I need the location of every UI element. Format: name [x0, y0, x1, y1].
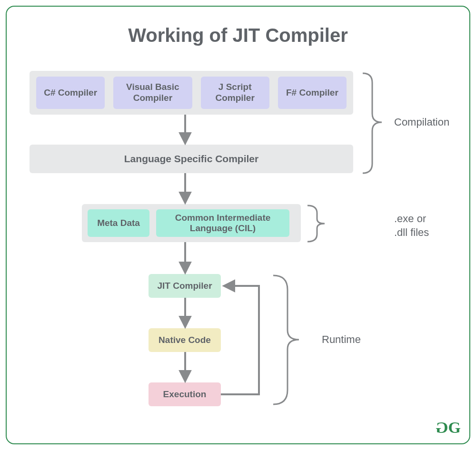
cil-box: Common Intermediate Language (CIL) [156, 209, 289, 237]
section-runtime-label: Runtime [322, 333, 361, 346]
diagram-title: Working of JIT Compiler [7, 25, 469, 46]
language-specific-compiler: Language Specific Compiler [30, 145, 353, 173]
execution-box: Execution [149, 382, 221, 406]
brace-runtime [273, 275, 299, 404]
compiler-vb: Visual Basic Compiler [113, 77, 192, 109]
brace-compilation [363, 73, 382, 173]
compilers-group: C# Compiler Visual Basic Compiler J Scri… [30, 71, 353, 115]
cil-group: Meta Data Common Intermediate Language (… [82, 204, 301, 242]
compiler-fsharp: F# Compiler [278, 77, 347, 109]
native-code-box: Native Code [149, 328, 221, 352]
compiler-jscript: J Script Compiler [201, 77, 269, 109]
section-compilation-label: Compilation [394, 116, 449, 128]
metadata-box: Meta Data [88, 209, 149, 237]
section-files-label: .exe or.dll files [394, 212, 429, 239]
jit-compiler-box: JIT Compiler [149, 274, 221, 298]
arrow-exec-to-jit-loop [221, 286, 259, 394]
brace-files [307, 205, 325, 242]
geeksforgeeks-logo: GG [437, 419, 459, 437]
compiler-csharp: C# Compiler [36, 77, 105, 109]
diagram-frame: Working of JIT Compiler C# Compiler Visu… [6, 6, 470, 444]
